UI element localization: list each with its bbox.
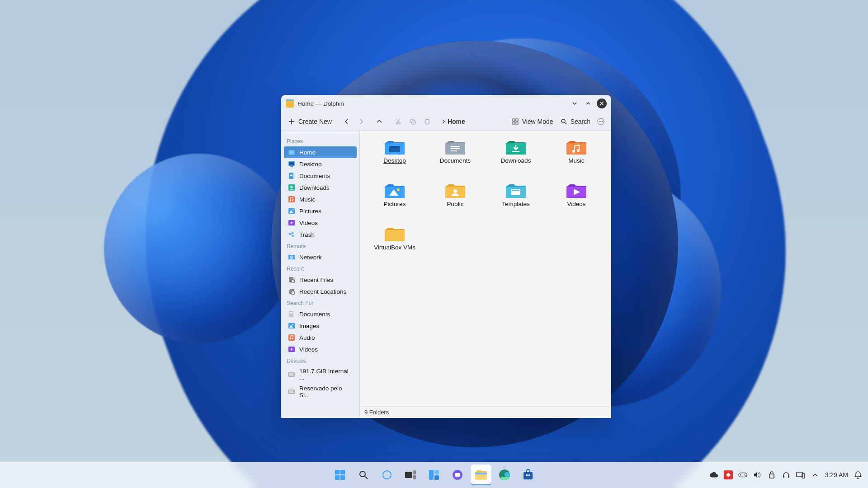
taskbar-taskview-button[interactable] — [400, 465, 421, 485]
device-icon[interactable] — [796, 470, 805, 479]
close-button[interactable] — [597, 99, 607, 108]
chevron-up-icon[interactable] — [811, 470, 820, 479]
toolbar: Create New Home View Mode Search — [281, 112, 611, 131]
paste-button[interactable] — [422, 116, 432, 127]
sidebar-item-label: Videos — [299, 346, 318, 353]
breadcrumb[interactable]: Home — [441, 118, 465, 125]
sidebar[interactable]: PlacesHomeDesktopDocumentsDownloadsMusic… — [281, 131, 360, 418]
notifications-icon[interactable] — [854, 470, 863, 479]
sidebar-item-documents[interactable]: Documents — [284, 308, 357, 320]
taskbar-store-button[interactable] — [518, 465, 538, 485]
taskbar-cortana-button[interactable] — [377, 465, 397, 485]
maximize-button[interactable] — [583, 99, 593, 108]
headset-icon[interactable] — [782, 470, 791, 479]
svg-rect-60 — [451, 146, 460, 147]
gamepad-icon[interactable] — [738, 470, 747, 479]
sidebar-item-network[interactable]: Network — [284, 251, 357, 263]
pictures-folder-icon — [384, 183, 406, 199]
sidebar-item-home[interactable]: Home — [284, 146, 357, 158]
file-item-music[interactable]: Music — [549, 138, 604, 180]
breadcrumb-current: Home — [448, 118, 465, 125]
anydesk-icon[interactable] — [724, 470, 733, 479]
sidebar-item-recent-locations[interactable]: Recent Locations — [284, 286, 357, 297]
videos-folder-icon — [566, 183, 587, 199]
sidebar-item-documents[interactable]: Documents — [284, 170, 357, 182]
svg-point-67 — [577, 149, 580, 152]
svg-rect-96 — [524, 472, 533, 479]
sidebar-item-label: Documents — [299, 311, 330, 318]
volume-icon[interactable] — [753, 470, 762, 479]
taskbar-widgets-button[interactable] — [424, 465, 444, 485]
svg-point-12 — [599, 121, 600, 122]
cut-button[interactable] — [393, 116, 403, 127]
sidebar-item-label: 191.7 GiB Internal ... — [299, 368, 353, 381]
window-title: Home — Dolphin — [297, 100, 344, 107]
taskbar-chat-button[interactable] — [447, 465, 468, 485]
svg-point-54 — [293, 374, 294, 375]
search-icon — [358, 469, 369, 480]
sidebar-item-desktop[interactable]: Desktop — [284, 158, 357, 170]
sidebar-item-label: Audio — [299, 334, 315, 341]
drive-icon — [288, 388, 296, 396]
svg-rect-98 — [528, 474, 530, 476]
dolphin-window: Home — Dolphin Create New Home — [281, 95, 611, 418]
file-item-desktop[interactable]: Desktop — [368, 138, 422, 180]
breadcrumb-sep-icon — [441, 119, 446, 124]
sidebar-item-videos[interactable]: Videos — [284, 343, 357, 355]
svg-rect-64 — [512, 151, 519, 152]
taskbar-start-button[interactable] — [330, 465, 350, 485]
titlebar[interactable]: Home — Dolphin — [281, 95, 611, 112]
sidebar-item-reservado-pelo-si-[interactable]: Reservado pelo Si... — [284, 383, 357, 400]
taskbar-search-button[interactable] — [353, 465, 374, 485]
forward-button[interactable] — [356, 116, 366, 127]
search-button[interactable]: Search — [559, 116, 591, 127]
sidebar-item-trash[interactable]: Trash — [284, 229, 357, 240]
file-item-downloads[interactable]: Downloads — [489, 138, 543, 180]
sidebar-item-label: Documents — [299, 173, 330, 179]
sidebar-item-videos[interactable]: Videos — [284, 217, 357, 229]
svg-point-102 — [745, 475, 745, 476]
file-item-documents[interactable]: Documents — [428, 138, 482, 180]
tray-time[interactable]: 3:29 AM — [825, 471, 848, 479]
svg-rect-2 — [410, 119, 414, 123]
create-new-button[interactable]: Create New — [287, 116, 333, 127]
sidebar-item-audio[interactable]: Audio — [284, 332, 357, 343]
taskbar-explorer-button[interactable] — [471, 465, 491, 485]
statusbar: 9 Folders — [360, 406, 611, 418]
sidebar-item-music[interactable]: Music — [284, 193, 357, 205]
svg-rect-61 — [451, 148, 460, 149]
svg-point-14 — [602, 121, 603, 122]
sidebar-item-images[interactable]: Images — [284, 320, 357, 332]
file-item-pictures[interactable]: Pictures — [368, 182, 422, 223]
svg-point-0 — [396, 122, 398, 124]
sidebar-item-pictures[interactable]: Pictures — [284, 205, 357, 217]
svg-rect-87 — [413, 475, 416, 479]
up-button[interactable] — [374, 116, 384, 127]
file-item-templates[interactable]: Templates — [489, 182, 543, 223]
file-label: Templates — [502, 201, 530, 207]
svg-rect-88 — [429, 470, 434, 480]
file-item-virtualbox-vms[interactable]: VirtualBox VMs — [368, 225, 422, 267]
sidebar-item-recent-files[interactable]: Recent Files — [284, 274, 357, 286]
svg-point-72 — [453, 189, 457, 193]
minimize-button[interactable] — [570, 99, 580, 108]
icon-view[interactable]: DesktopDocumentsDownloadsMusicPicturesPu… — [360, 131, 611, 406]
system-tray: 3:29 AM — [709, 470, 863, 479]
chevron-right-icon — [357, 117, 365, 126]
svg-rect-16 — [289, 150, 294, 155]
taskbar-edge-button[interactable] — [494, 465, 515, 485]
svg-rect-92 — [455, 473, 460, 477]
svg-rect-44 — [290, 314, 292, 314]
cloud-icon[interactable] — [709, 470, 718, 479]
back-button[interactable] — [342, 116, 352, 127]
copy-button[interactable] — [408, 116, 418, 127]
view-mode-button[interactable]: View Mode — [510, 116, 554, 127]
svg-rect-43 — [290, 312, 292, 313]
lock-icon[interactable] — [767, 470, 776, 479]
sidebar-item-191-7-gib-internal-[interactable]: 191.7 GiB Internal ... — [284, 366, 357, 383]
svg-rect-3 — [412, 121, 415, 124]
sidebar-item-downloads[interactable]: Downloads — [284, 182, 357, 193]
file-item-videos[interactable]: Videos — [549, 182, 604, 223]
menu-button[interactable] — [596, 116, 606, 127]
file-item-public[interactable]: Public — [428, 182, 482, 223]
